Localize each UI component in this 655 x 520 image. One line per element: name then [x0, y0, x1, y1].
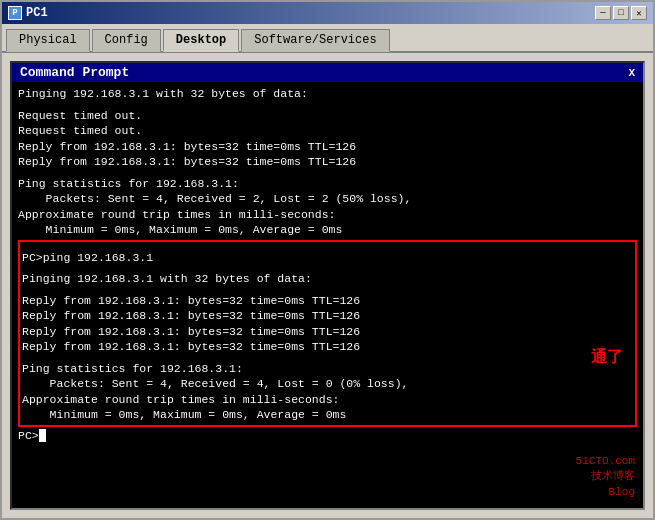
- cmd-line-8: Approximate round trip times in milli-se…: [18, 207, 637, 223]
- tab-physical[interactable]: Physical: [6, 29, 90, 52]
- cmd-reply-4: Reply from 192.168.3.1: bytes=32 time=0m…: [22, 339, 633, 355]
- content-area: Command Prompt X Pinging 192.168.3.1 wit…: [2, 53, 653, 518]
- tab-bar: Physical Config Desktop Software/Service…: [2, 24, 653, 53]
- window-title: PC1: [26, 6, 48, 20]
- window-icon: P: [8, 6, 22, 20]
- cmd-line-4: Reply from 192.168.3.1: bytes=32 time=0m…: [18, 139, 637, 155]
- cmd-line-5: Reply from 192.168.3.1: bytes=32 time=0m…: [18, 154, 637, 170]
- cmd-ping-cmd: PC>ping 192.168.3.1: [22, 250, 633, 266]
- cmd-prompt: PC>: [18, 429, 39, 442]
- watermark: 51CTO.com 技术博客 Blog: [576, 454, 635, 500]
- maximize-button[interactable]: □: [613, 6, 629, 20]
- cmd-cursor: [39, 429, 46, 442]
- cmd-stats-hdr: Ping statistics for 192.168.3.1:: [22, 361, 633, 377]
- cmd-body[interactable]: Pinging 192.168.3.1 with 32 bytes of dat…: [12, 82, 643, 508]
- cmd-window: Command Prompt X Pinging 192.168.3.1 wit…: [10, 61, 645, 510]
- cmd-stats-rtt-hdr: Approximate round trip times in milli-se…: [22, 392, 633, 408]
- cmd-reply-2: Reply from 192.168.3.1: bytes=32 time=0m…: [22, 308, 633, 324]
- watermark-line1: 51CTO.com: [576, 454, 635, 469]
- watermark-line2: 技术博客: [576, 469, 635, 484]
- cmd-title: Command Prompt: [20, 65, 129, 80]
- tong-le-annotation: 通了: [591, 347, 623, 368]
- cmd-close-button[interactable]: X: [628, 67, 635, 79]
- tab-config[interactable]: Config: [92, 29, 161, 52]
- title-bar: P PC1 ─ □ ✕: [2, 2, 653, 24]
- minimize-button[interactable]: ─: [595, 6, 611, 20]
- title-bar-buttons: ─ □ ✕: [595, 6, 647, 20]
- close-button[interactable]: ✕: [631, 6, 647, 20]
- tab-software-services[interactable]: Software/Services: [241, 29, 389, 52]
- main-window: P PC1 ─ □ ✕ Physical Config Desktop Soft…: [0, 0, 655, 520]
- cmd-line-1: Pinging 192.168.3.1 with 32 bytes of dat…: [18, 86, 637, 102]
- title-bar-left: P PC1: [8, 6, 48, 20]
- cmd-reply-3: Reply from 192.168.3.1: bytes=32 time=0m…: [22, 324, 633, 340]
- cmd-line-2: Request timed out.: [18, 108, 637, 124]
- cmd-reply-1: Reply from 192.168.3.1: bytes=32 time=0m…: [22, 293, 633, 309]
- cmd-title-bar: Command Prompt X: [12, 63, 643, 82]
- cmd-ping-hdr: Pinging 192.168.3.1 with 32 bytes of dat…: [22, 271, 633, 287]
- cmd-line-6: Ping statistics for 192.168.3.1:: [18, 176, 637, 192]
- watermark-line3: Blog: [576, 485, 635, 500]
- cmd-line-7: Packets: Sent = 4, Received = 2, Lost = …: [18, 191, 637, 207]
- cmd-stats-packets: Packets: Sent = 4, Received = 4, Lost = …: [22, 376, 633, 392]
- cmd-stats-rtt: Minimum = 0ms, Maximum = 0ms, Average = …: [22, 407, 633, 423]
- highlighted-ping-section: PC>ping 192.168.3.1 Pinging 192.168.3.1 …: [18, 240, 637, 427]
- tab-desktop[interactable]: Desktop: [163, 29, 239, 52]
- cmd-prompt-line: PC>: [18, 429, 637, 442]
- cmd-line-3: Request timed out.: [18, 123, 637, 139]
- cmd-line-9: Minimum = 0ms, Maximum = 0ms, Average = …: [18, 222, 637, 238]
